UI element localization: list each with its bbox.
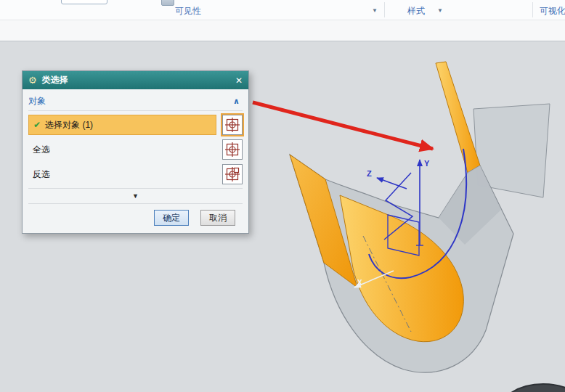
invert-selection-row[interactable]: 反选 (28, 162, 243, 187)
divider (28, 110, 243, 111)
collapse-caret-icon: ▼ (132, 193, 139, 200)
close-icon[interactable]: ✕ (235, 75, 243, 86)
style-caret-icon[interactable]: ▼ (437, 7, 443, 14)
chevron-up-icon[interactable]: ∧ (233, 97, 240, 106)
invert-selection-button[interactable] (222, 164, 243, 184)
invert-selection-labelwrap: 反选 (28, 164, 216, 184)
visibility-caret-icon[interactable]: ▼ (372, 7, 378, 14)
object-section-header[interactable]: 对象 ∧ (28, 93, 243, 109)
crosshair-icon (224, 117, 240, 133)
graphics-viewport[interactable]: Y Z X ⚙ 类选择 ✕ 对象 ∧ (0, 41, 565, 392)
cancel-button[interactable]: 取消 (200, 210, 235, 226)
dialog-button-row: 确定 取消 (28, 205, 243, 227)
dialog-titlebar[interactable]: ⚙ 类选择 ✕ (23, 71, 248, 89)
invert-selection-label: 反选 (33, 168, 50, 181)
ribbon-separator (384, 2, 385, 17)
application-window: 可见性 ▼ 样式 ▼ 可视化 整个装配 ▼ ▾ (0, 0, 565, 392)
dialog-title: 类选择 (42, 74, 68, 86)
x-axis-label: X (357, 279, 362, 287)
class-selection-dialog: ⚙ 类选择 ✕ 对象 ∧ ✔ 选择对象 (1) (22, 70, 249, 234)
annotation-arrow (253, 102, 433, 149)
select-object-highlight: ✔ 选择对象 (1) (28, 115, 216, 135)
divider (28, 188, 243, 189)
select-object-row[interactable]: ✔ 选择对象 (1) (28, 113, 243, 137)
model-orange-fin (436, 62, 480, 173)
crosshair-icon (224, 142, 240, 158)
ribbon-separator (532, 2, 533, 17)
select-all-button[interactable] (222, 139, 243, 160)
selection-toolbar: 整个装配 ▼ ▾ ▾ (0, 20, 565, 41)
y-axis-label: Y (424, 159, 430, 168)
corner-object (498, 384, 565, 392)
dialog-collapse-handle[interactable]: ▼ (28, 190, 243, 202)
divider (28, 203, 243, 204)
select-object-button[interactable] (222, 115, 243, 135)
select-all-label: 全选 (33, 144, 50, 156)
dialog-body: 对象 ∧ ✔ 选择对象 (1) 全选 (23, 89, 248, 233)
z-axis (377, 178, 407, 189)
select-object-label: 选择对象 (1) (45, 119, 93, 131)
ribbon-group-visualization[interactable]: 可视化 (540, 5, 565, 17)
check-icon: ✔ (33, 120, 41, 130)
crosshair-invert-icon (224, 166, 240, 182)
gear-icon: ⚙ (28, 75, 37, 86)
clipped-ribbon-icon[interactable] (161, 0, 174, 6)
ok-button[interactable]: 确定 (154, 210, 189, 226)
object-section-label: 对象 (28, 95, 46, 107)
ribbon-group-style[interactable]: 样式 (407, 5, 425, 17)
ribbon-group-visibility[interactable]: 可见性 (175, 5, 201, 17)
ribbon-strip: 可见性 ▼ 样式 ▼ 可视化 (0, 0, 565, 20)
clipped-top-control[interactable] (61, 0, 107, 4)
z-axis-label: Z (367, 169, 372, 178)
select-all-labelwrap: 全选 (28, 139, 216, 160)
select-all-row[interactable]: 全选 (28, 137, 243, 162)
